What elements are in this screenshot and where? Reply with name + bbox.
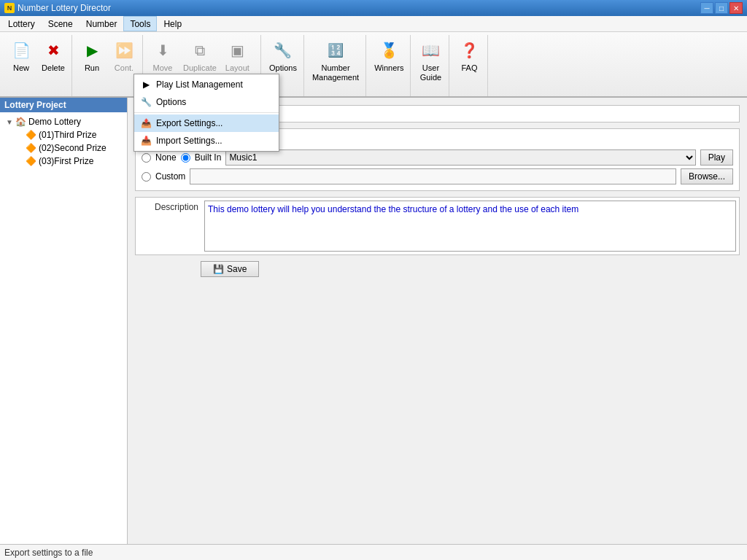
menu-import-settings[interactable]: 📥 Import Settings...: [134, 132, 279, 149]
options-icon: 🔧: [271, 39, 295, 62]
ribbon-group-faq: ❓ FAQ: [451, 35, 488, 96]
run-button[interactable]: ▶ Run: [77, 36, 107, 75]
status-text: Export settings to a file: [4, 548, 93, 558]
music-custom-input[interactable]: [190, 168, 676, 184]
faq-button[interactable]: ❓ FAQ: [454, 36, 484, 75]
options-button[interactable]: 🔧 Options: [266, 36, 301, 75]
menu-export-settings[interactable]: 📤 Export Settings...: [134, 114, 279, 132]
title-bar-controls: ─ □ ✕: [700, 2, 743, 14]
run-label: Run: [85, 63, 99, 73]
description-row: Description This demo lottery will help …: [139, 201, 736, 252]
second-prize-icon: 🔶: [25, 142, 36, 154]
tree-children: 🔶 (01)Third Prize 🔶 (02)Second Prize 🔶 (…: [3, 128, 124, 168]
menu-play-list-management[interactable]: ▶ Play List Management: [134, 76, 279, 93]
second-prize-label: (02)Second Prize: [39, 143, 107, 153]
menu-separator: [134, 112, 279, 113]
winners-icon: 🏅: [377, 39, 400, 62]
delete-label: Delete: [42, 63, 65, 73]
content-area: Music for Drawing Winner None Built In M…: [128, 98, 747, 544]
tree-item-first-prize[interactable]: 🔶 (03)First Prize: [23, 155, 124, 168]
tree-item-third-prize[interactable]: 🔶 (01)Third Prize: [23, 128, 124, 141]
menu-scene[interactable]: Scene: [42, 16, 80, 31]
number-management-icon: 🔢: [324, 39, 347, 62]
music-custom-label: Custom: [155, 171, 185, 182]
play-list-icon: ▶: [140, 79, 152, 90]
cont-icon: ⏩: [112, 39, 136, 62]
options-menu-label: Options: [156, 97, 186, 107]
play-list-label: Play List Management: [156, 79, 243, 90]
number-management-label: NumberManagement: [312, 63, 359, 82]
title-bar-title: Number Lottery Director: [18, 3, 700, 13]
third-prize-icon: 🔶: [25, 129, 36, 141]
save-button[interactable]: 💾 Save: [201, 261, 259, 277]
tree-root-demo-lottery[interactable]: ▼ 🏠 Demo Lottery: [3, 115, 124, 128]
delete-button[interactable]: ✖ Delete: [38, 36, 69, 75]
winners-button[interactable]: 🏅 Winners: [371, 36, 407, 75]
app-icon: N: [4, 3, 15, 13]
menu-number[interactable]: Number: [80, 16, 124, 31]
music-builtin-row: None Built In Music1 Music2 Music3 Play: [142, 149, 733, 166]
save-icon: 💾: [213, 264, 224, 274]
number-management-button[interactable]: 🔢 NumberManagement: [309, 36, 363, 85]
ribbon-group-run: ▶ Run ⏩ Cont.: [74, 35, 143, 96]
music-none-radio[interactable]: [142, 153, 151, 163]
menu-help[interactable]: Help: [157, 16, 188, 31]
options-label: Options: [269, 63, 297, 73]
description-section: Description This demo lottery will help …: [135, 197, 740, 255]
ribbon-group-new: 📄 New ✖ Delete: [3, 35, 72, 96]
faq-label: FAQ: [461, 63, 477, 73]
new-icon: 📄: [9, 39, 33, 62]
menu-lottery[interactable]: Lottery: [1, 16, 42, 31]
user-guide-icon: 📖: [419, 39, 442, 62]
close-button[interactable]: ✕: [729, 2, 743, 14]
options-menu-icon: 🔧: [140, 96, 152, 108]
user-guide-label: UserGuide: [420, 63, 441, 82]
root-icon: 🏠: [15, 116, 26, 128]
import-settings-icon: 📥: [140, 135, 152, 147]
ribbon: 📄 New ✖ Delete ▶ Run ⏩ Cont. ⬇: [0, 32, 747, 98]
status-bar: Export settings to a file: [0, 544, 747, 560]
menu-options[interactable]: 🔧 Options: [134, 93, 279, 111]
cont-label: Cont.: [115, 63, 133, 73]
third-prize-label: (01)Third Prize: [39, 130, 96, 140]
menu-bar: Lottery Scene Number Tools Help: [0, 16, 747, 32]
description-label: Description: [139, 201, 204, 212]
ribbon-group-winners: 🏅 Winners: [368, 35, 411, 96]
menu-tools[interactable]: Tools: [123, 16, 157, 31]
duplicate-icon: ⧉: [188, 39, 212, 62]
music-builtin-radio[interactable]: [181, 153, 190, 163]
title-bar: N Number Lottery Director ─ □ ✕: [0, 0, 747, 16]
tools-dropdown: ▶ Play List Management 🔧 Options 📤 Expor…: [133, 74, 279, 152]
root-label: Demo Lottery: [28, 117, 81, 127]
faq-icon: ❓: [457, 39, 481, 62]
winners-label: Winners: [374, 63, 403, 73]
music-custom-row: Custom Browse...: [142, 168, 733, 184]
music-select[interactable]: Music1 Music2 Music3: [225, 149, 695, 166]
export-settings-label: Export Settings...: [156, 118, 222, 128]
cont-button[interactable]: ⏩ Cont.: [109, 36, 139, 75]
save-label: Save: [227, 264, 247, 274]
save-row: 💾 Save: [201, 261, 740, 277]
export-settings-icon: 📤: [140, 117, 152, 129]
music-custom-radio[interactable]: [142, 172, 151, 182]
music-play-button[interactable]: Play: [700, 149, 733, 166]
music-browse-button[interactable]: Browse...: [681, 168, 733, 184]
music-builtin-label: Built In: [195, 152, 222, 163]
tree-item-second-prize[interactable]: 🔶 (02)Second Prize: [23, 141, 124, 155]
new-label: New: [13, 63, 29, 73]
minimize-button[interactable]: ─: [700, 2, 713, 14]
ribbon-group-userguide: 📖 UserGuide: [412, 35, 449, 96]
user-guide-button[interactable]: 📖 UserGuide: [415, 36, 446, 85]
sidebar: Lottery Project ▼ 🏠 Demo Lottery 🔶 (01)T…: [0, 98, 128, 544]
tree-area: ▼ 🏠 Demo Lottery 🔶 (01)Third Prize 🔶 (02…: [0, 112, 127, 544]
maximize-button[interactable]: □: [715, 2, 728, 14]
move-down-icon: ⬇: [151, 39, 174, 62]
new-button[interactable]: 📄 New: [6, 36, 36, 75]
music-none-label: None: [155, 152, 177, 163]
run-icon: ▶: [80, 39, 104, 62]
first-prize-label: (03)First Prize: [39, 156, 93, 166]
ribbon-group-number-mgmt: 🔢 NumberManagement: [306, 35, 366, 96]
description-textarea[interactable]: This demo lottery will help you understa…: [204, 201, 736, 252]
import-settings-label: Import Settings...: [156, 136, 222, 146]
first-prize-icon: 🔶: [25, 155, 36, 167]
